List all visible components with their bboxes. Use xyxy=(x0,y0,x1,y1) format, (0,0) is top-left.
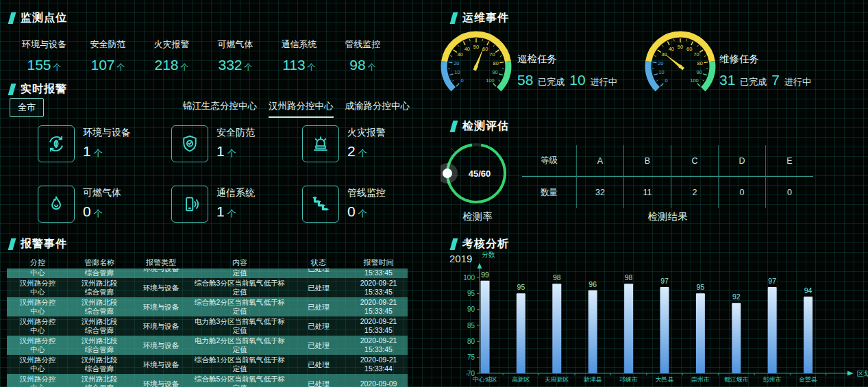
section-title-text: 报警事件 xyxy=(21,237,67,251)
bar-崇州市 xyxy=(696,293,705,373)
alarm-table-row[interactable]: 汉州路分控中心汉州路北段综合管廊环境与设备综合舱5分区当前氧气低于标定值已处理2… xyxy=(7,374,408,387)
alarm-table-row[interactable]: 汉州路分控中心汉州路北段综合管廊环境与设备电力舱2分区当前氧气低于标定值已处理2… xyxy=(7,336,408,355)
alarm-card-iconbox xyxy=(171,186,208,223)
grade-count-cell: 2 xyxy=(671,177,719,208)
tab-branch-2[interactable]: 成渝路分控中心 xyxy=(345,100,410,118)
svg-text:0: 0 xyxy=(460,77,463,84)
alarm-cell: 汉州路分控中心 xyxy=(7,375,69,387)
slash-icon xyxy=(8,12,16,24)
svg-text:高新区: 高新区 xyxy=(512,376,530,383)
ring-handle[interactable] xyxy=(443,168,452,178)
alarm-cell: 汉州路北段综合管廊 xyxy=(69,355,130,373)
alarm-cell: 汉州路北段综合管廊 xyxy=(69,375,130,387)
alarm-cell: 环境与设备 xyxy=(130,341,192,350)
alarm-table-row[interactable]: 汉州路分控中心汉州路北段综合管廊环境与设备综合舱3分区当前氧气低于标定值已处理2… xyxy=(7,278,408,297)
alarm-col-header: 管廊名称 xyxy=(69,258,130,269)
phone-signal-icon xyxy=(179,194,200,214)
alarm-card-iconbox xyxy=(302,125,339,162)
alarm-cell: 环境与设备 xyxy=(130,322,192,331)
alarm-table-row[interactable]: 汉州路分控中心汉州路北段综合管廊环境与设备综合舱2分区当前氧气低于标定值已处理2… xyxy=(7,297,408,316)
section-title-text: 检测评估 xyxy=(462,119,509,134)
gauge-done-label: 已完成 xyxy=(538,76,565,88)
svg-text:都江堰市: 都江堰市 xyxy=(724,376,749,383)
alarm-table-row[interactable]: 汉州路分控中心汉州路北段综合管廊环境与设备综合舱4分区当前氧气低于标定值已处理2… xyxy=(7,269,408,278)
svg-text:80: 80 xyxy=(467,338,475,345)
assessment-bar-chart: 分数区划70758085909510099中心城区95高新区98天府新区96新津… xyxy=(442,247,868,387)
alarm-cell: 已处理 xyxy=(288,303,349,312)
svg-text:0: 0 xyxy=(665,77,667,84)
alarm-cell: 汉州路分控中心 xyxy=(7,336,69,354)
monitor-stat-label: 火灾报警 xyxy=(140,38,203,51)
grade-header-cell: E xyxy=(766,145,813,177)
alarm-col-header: 内容 xyxy=(192,258,288,269)
grade-header-cell: B xyxy=(624,145,671,177)
tab-branch-1[interactable]: 汉州路分控中心 xyxy=(269,100,334,118)
monitor-stat-value: 113个 xyxy=(267,57,331,73)
monitor-stat: 管线监控98个 xyxy=(331,38,395,73)
alarm-card-unit: 个 xyxy=(94,148,103,158)
gauge-running-label: 进行中 xyxy=(591,76,617,88)
svg-text:彭州市: 彭州市 xyxy=(763,376,782,383)
alarm-card-value: 1个 xyxy=(83,143,131,160)
tab-branch-0[interactable]: 锦江生态分控中心 xyxy=(183,100,257,118)
section-title-text: 实时报警 xyxy=(21,82,67,97)
slash-icon xyxy=(450,12,458,24)
city-filter-button[interactable]: 全市 xyxy=(10,98,44,117)
gauge-done-label: 已完成 xyxy=(740,76,767,88)
svg-text:99: 99 xyxy=(481,271,489,279)
alarm-table-row[interactable]: 汉州路分控中心汉州路北段综合管廊环境与设备综合舱1分区当前氧气低于标定值已处理2… xyxy=(7,355,408,374)
svg-text:中心城区: 中心城区 xyxy=(473,376,497,383)
svg-text:97: 97 xyxy=(768,277,776,285)
alarm-events-table: 分控管廊名称报警类型内容状态报警时间 汉州路分控中心汉州路北段综合管廊环境与设备… xyxy=(7,258,408,387)
alarm-card-0[interactable]: 环境与设备1个 xyxy=(38,125,171,186)
alarm-cell: 2020-09-21 15:33:45 xyxy=(349,279,408,297)
gauge-running-value: 10 xyxy=(569,72,585,88)
section-title-ops-events: 运维事件 xyxy=(451,11,509,25)
monitor-stat-unit: 个 xyxy=(368,62,376,72)
svg-text:98: 98 xyxy=(553,273,561,282)
alarm-cell: 汉州路北段综合管廊 xyxy=(69,298,130,316)
alarm-card-5[interactable]: 管线监控0个 xyxy=(302,186,425,246)
alarm-card-iconbox xyxy=(38,186,75,223)
slash-icon xyxy=(8,238,16,250)
alarm-cell: 综合舱1分区当前氧气低于标定值 xyxy=(192,355,288,373)
bar-彭州市 xyxy=(768,287,777,373)
alarm-table-row[interactable]: 汉州路分控中心汉州路北段综合管廊环境与设备电力舱3分区当前氧气低于标定值已处理2… xyxy=(7,316,408,336)
grade-count-cell: 32 xyxy=(577,177,624,208)
monitor-stat: 安全防范107个 xyxy=(76,38,140,73)
alarm-card-iconbox xyxy=(171,125,208,162)
alarm-cell: 2020-09-21 15:33:44 xyxy=(349,355,408,373)
monitor-stat-label: 管线监控 xyxy=(331,38,395,51)
alarm-card-value: 1个 xyxy=(216,203,255,220)
gauge-done-value: 58 xyxy=(517,72,533,88)
alarm-cell: 汉州路分控中心 xyxy=(7,317,69,335)
bar-高新区 xyxy=(517,293,525,373)
alarm-card-unit: 个 xyxy=(358,148,367,158)
svg-text:92: 92 xyxy=(732,292,741,301)
alarm-cell: 2020-09-21 15:33:45 xyxy=(349,317,408,335)
svg-text:30: 30 xyxy=(661,51,667,58)
alarm-cell: 汉州路北段综合管廊 xyxy=(69,336,130,354)
svg-text:94: 94 xyxy=(804,286,813,295)
alarm-cell: 电力舱3分区当前氧气低于标定值 xyxy=(192,317,288,335)
bar-天府新区 xyxy=(552,284,561,373)
alarm-cell: 综合舱2分区当前氧气低于标定值 xyxy=(192,298,288,316)
svg-text:75: 75 xyxy=(467,353,475,361)
shield-check-icon xyxy=(179,134,200,154)
alarm-card-label: 环境与设备 xyxy=(83,127,131,139)
svg-text:100: 100 xyxy=(463,274,475,282)
svg-text:10: 10 xyxy=(658,69,664,75)
monitor-stat-unit: 个 xyxy=(181,62,189,72)
alarm-card-2[interactable]: 火灾报警2个 xyxy=(302,125,425,186)
alarm-card-1[interactable]: 安全防范1个 xyxy=(171,125,302,186)
alarm-card-content: 安全防范1个 xyxy=(216,125,255,160)
svg-text:40: 40 xyxy=(669,46,674,52)
grade-count-cell: 0 xyxy=(766,177,813,208)
svg-text:20: 20 xyxy=(454,60,459,66)
gauge-task-numbers: 58已完成10进行中 xyxy=(517,72,617,88)
alarm-card-value: 0个 xyxy=(347,203,386,220)
svg-text:85: 85 xyxy=(467,322,475,329)
alarm-card-4[interactable]: 通信系统1个 xyxy=(171,186,302,246)
detection-result-table: 等级ABCDE数量3211200 xyxy=(522,145,813,208)
monitor-stat-value: 218个 xyxy=(140,57,203,73)
